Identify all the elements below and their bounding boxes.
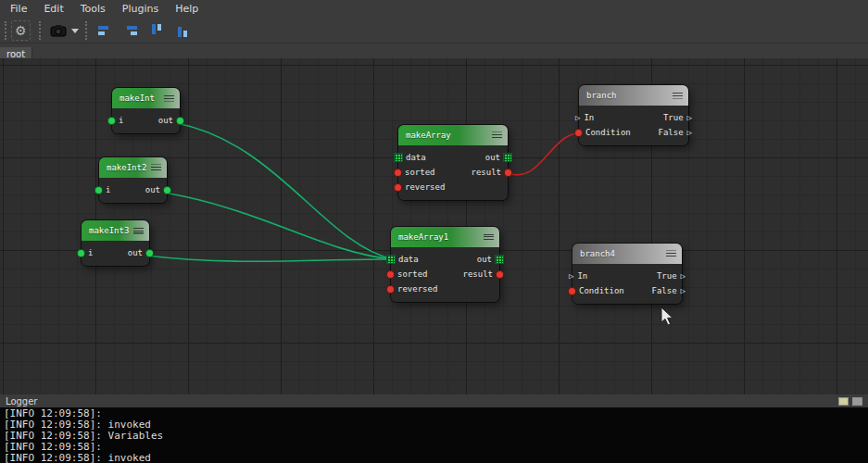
pin-false-output[interactable]: ▷ [687,129,692,137]
hamburger-icon[interactable] [484,234,494,241]
toolbar: ⚙ [0,18,868,44]
node-body: i out [99,178,167,203]
pin-reversed-input[interactable] [387,286,394,293]
pin-out-output[interactable] [177,118,183,124]
pin-label: data [406,153,426,162]
pin-label: i [119,116,123,125]
node-makeInt2[interactable]: makeInt2 i out [99,157,167,203]
node-body: ▷In True▷ Condition False▷ [572,264,682,304]
menu-file[interactable]: File [2,1,35,17]
pin-sorted-input[interactable] [387,271,394,278]
menu-bar: File Edit Tools Plugins Help [0,0,868,18]
pin-label: In [584,113,594,122]
pin-label: reversed [405,182,445,192]
node-branch[interactable]: branch ▷In True▷ Condition False▷ [579,85,688,145]
node-header[interactable]: makeArray1 [391,227,499,247]
pin-out-output[interactable] [496,256,503,263]
pin-condition-input[interactable] [575,130,582,136]
pin-i-input[interactable] [108,118,115,124]
pin-out-output[interactable] [164,187,170,194]
node-makeInt[interactable]: makeInt i out [112,88,180,133]
pin-label: out [477,255,492,264]
align-right-icon [123,23,138,38]
pin-true-output[interactable]: ▷ [687,114,692,122]
screenshot-button[interactable] [48,19,69,42]
align-top-icon [149,23,164,38]
node-header[interactable]: makeInt3 [82,220,149,241]
logger-title: Logger [6,396,37,407]
wire-makeInt2-out-to-makeArray1-data[interactable] [164,193,393,259]
logger-header: Logger [0,394,868,407]
menu-edit[interactable]: Edit [35,1,71,17]
logger-dock-icon[interactable] [838,397,849,406]
chevron-down-icon[interactable] [71,29,79,33]
pin-false-output[interactable]: ▷ [681,287,686,295]
hamburger-icon[interactable] [666,251,676,257]
pin-reversed-input[interactable] [395,184,401,191]
menu-help[interactable]: Help [167,1,207,17]
hamburger-icon[interactable] [133,228,144,234]
node-header[interactable]: makeInt [112,88,180,108]
pin-label: out [128,248,143,257]
align-right-button[interactable] [120,19,141,42]
log-line: [INFO 12:09:58]: invoked [4,453,864,463]
pin-label: Condition [585,128,631,137]
node-title: makeArray1 [398,232,448,242]
node-makeInt3[interactable]: makeInt3 i out [82,220,149,266]
align-left-button[interactable] [94,19,115,42]
node-header[interactable]: branch4 [572,244,682,264]
hamburger-icon[interactable] [492,132,502,139]
toolbar-drag-handle-3[interactable] [85,21,89,40]
pin-label: sorted [405,168,435,177]
menu-tools[interactable]: Tools [72,1,114,17]
hamburger-icon[interactable] [151,165,161,171]
pin-out-output[interactable] [504,154,511,161]
node-makeArray1[interactable]: makeArray1 data out sorted result revers… [391,227,499,302]
pin-label: True [657,271,677,281]
wire-makeArray-result-to-branch-condition[interactable] [510,132,583,175]
pin-exec-in[interactable]: ▷ [569,272,573,281]
node-header[interactable]: makeArray [398,125,508,145]
pin-label: False [651,286,676,295]
pin-label: sorted [397,269,428,279]
toolbar-drag-handle[interactable] [5,21,8,40]
pin-label: reversed [397,284,437,294]
pin-true-output[interactable]: ▷ [681,272,686,281]
node-graph-canvas[interactable]: makeInt i out makeInt2 i out [0,58,868,394]
pin-sorted-input[interactable] [395,169,401,176]
logger-float-icon[interactable] [852,397,862,406]
pin-data-input[interactable] [387,256,395,263]
node-body: ▷In True▷ Condition False▷ [579,106,688,145]
node-header[interactable]: makeInt2 [99,157,167,178]
pin-result-output[interactable] [497,271,503,278]
node-title: branch4 [580,249,615,258]
pin-i-input[interactable] [95,187,102,194]
hamburger-icon[interactable] [673,93,683,99]
node-body: i out [82,241,149,266]
menu-plugins[interactable]: Plugins [114,1,167,17]
node-header[interactable]: branch [579,85,688,106]
pin-label: False [658,128,683,137]
log-line: [INFO 12:09:58]: Variables [4,431,864,442]
pin-label: Condition [579,286,624,295]
gear-icon: ⚙ [15,24,27,37]
settings-gear-button[interactable]: ⚙ [11,20,31,41]
align-top-button[interactable] [146,19,167,42]
node-branch4[interactable]: branch4 ▷In True▷ Condition False▷ [572,244,682,304]
pin-condition-input[interactable] [569,288,575,294]
toolbar-drag-handle-2[interactable] [39,21,43,40]
pin-data-input[interactable] [395,154,402,161]
align-bottom-button[interactable] [172,19,193,42]
wire-makeInt3-out-to-makeArray1-data[interactable] [146,256,393,261]
hamburger-icon[interactable] [164,95,174,102]
node-makeArray[interactable]: makeArray data out sorted result reverse… [398,125,508,200]
logger-output[interactable]: [INFO 12:09:58]: [INFO 12:09:58]: invoke… [0,407,868,463]
pin-exec-in[interactable]: ▷ [575,114,580,122]
pin-i-input[interactable] [78,250,84,257]
pin-label: In [577,271,587,281]
align-bottom-icon [175,23,190,38]
camera-icon [50,24,67,37]
pin-out-output[interactable] [146,250,153,257]
wire-makeInt-out-to-makeArray1-data[interactable] [177,123,393,259]
pin-result-output[interactable] [505,169,511,176]
